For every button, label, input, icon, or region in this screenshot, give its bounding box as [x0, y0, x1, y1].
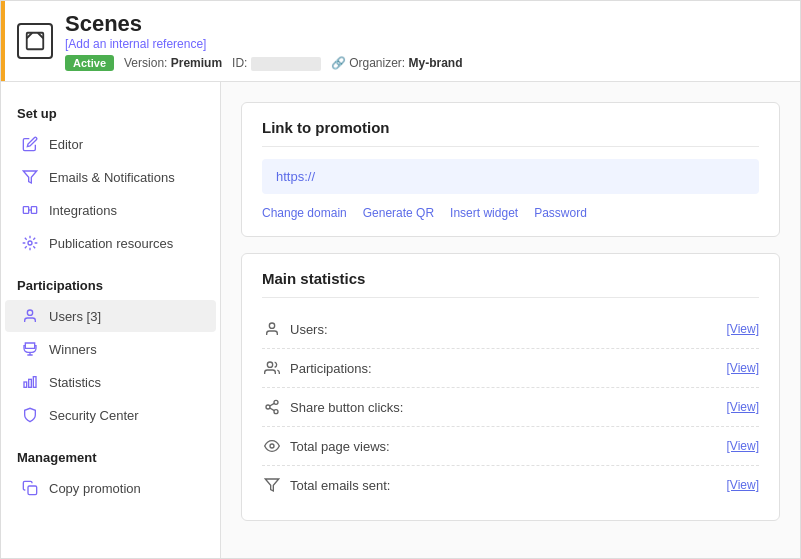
- header: Scenes [Add an internal reference] Activ…: [1, 1, 800, 82]
- sidebar-item-label: Emails & Notifications: [49, 170, 175, 185]
- svg-marker-1: [23, 171, 36, 183]
- header-meta: Active Version: Premium ID: 🔗 Organizer:…: [65, 55, 463, 71]
- sidebar-item-users[interactable]: Users [3]: [5, 300, 216, 332]
- main-statistics-title: Main statistics: [262, 270, 759, 298]
- svg-rect-3: [31, 207, 36, 214]
- svg-rect-7: [29, 380, 32, 388]
- publication-icon: [21, 234, 39, 252]
- sidebar-item-label: Statistics: [49, 375, 101, 390]
- svg-marker-19: [265, 479, 278, 491]
- id-info: ID:: [232, 56, 321, 71]
- stat-view-page-views[interactable]: [View]: [727, 439, 759, 453]
- sidebar-item-statistics[interactable]: Statistics: [5, 366, 216, 398]
- setup-section-title: Set up: [1, 98, 220, 127]
- svg-point-15: [274, 410, 278, 414]
- svg-point-11: [269, 323, 274, 328]
- sidebar-item-copy[interactable]: Copy promotion: [5, 472, 216, 504]
- sidebar-item-label: Publication resources: [49, 236, 173, 251]
- emails-icon: [21, 168, 39, 186]
- security-icon: [21, 406, 39, 424]
- stat-label-share-clicks: Share button clicks:: [290, 400, 727, 415]
- stat-view-share-clicks[interactable]: [View]: [727, 400, 759, 414]
- sidebar-divider-1: [1, 260, 220, 270]
- stat-row-participations: Participations: [View]: [262, 349, 759, 388]
- sidebar-item-label: Integrations: [49, 203, 117, 218]
- sidebar-item-security[interactable]: Security Center: [5, 399, 216, 431]
- generate-qr-link[interactable]: Generate QR: [363, 206, 434, 220]
- svg-point-12: [267, 362, 272, 367]
- change-domain-link[interactable]: Change domain: [262, 206, 347, 220]
- page-views-stat-icon: [262, 436, 282, 456]
- sidebar-item-winners[interactable]: Winners: [5, 333, 216, 365]
- id-value-box: [251, 57, 321, 71]
- stat-row-users: Users: [View]: [262, 310, 759, 349]
- app-logo: [17, 23, 53, 59]
- sidebar-item-emails[interactable]: Emails & Notifications: [5, 161, 216, 193]
- svg-point-4: [28, 241, 32, 245]
- add-reference-link[interactable]: [Add an internal reference]: [65, 37, 463, 51]
- integrations-icon: [21, 201, 39, 219]
- copy-icon: [21, 479, 39, 497]
- stat-label-emails-sent: Total emails sent:: [290, 478, 727, 493]
- sidebar: Set up Editor Emails & Notifications Int…: [1, 82, 221, 558]
- stat-view-emails-sent[interactable]: [View]: [727, 478, 759, 492]
- promotion-actions: Change domain Generate QR Insert widget …: [262, 206, 759, 220]
- emails-stat-icon: [262, 475, 282, 495]
- svg-rect-6: [24, 382, 27, 387]
- svg-rect-8: [33, 377, 36, 388]
- statistics-icon: [21, 373, 39, 391]
- sidebar-item-label: Winners: [49, 342, 97, 357]
- status-badge: Active: [65, 55, 114, 71]
- organizer-value: My-brand: [409, 56, 463, 70]
- page-title: Scenes: [65, 11, 463, 37]
- left-accent-border: [1, 1, 5, 81]
- main-statistics-card: Main statistics Users: [View] Participat…: [241, 253, 780, 521]
- svg-point-5: [27, 310, 32, 315]
- app-container: Scenes [Add an internal reference] Activ…: [0, 0, 801, 559]
- share-stat-icon: [262, 397, 282, 417]
- sidebar-item-editor[interactable]: Editor: [5, 128, 216, 160]
- version-info: Version: Premium: [124, 56, 222, 70]
- stat-label-users: Users:: [290, 322, 727, 337]
- management-section-title: Management: [1, 442, 220, 471]
- svg-line-16: [270, 408, 275, 411]
- sidebar-item-publication[interactable]: Publication resources: [5, 227, 216, 259]
- svg-rect-2: [23, 207, 28, 214]
- sidebar-item-integrations[interactable]: Integrations: [5, 194, 216, 226]
- winners-icon: [21, 340, 39, 358]
- version-value: Premium: [171, 56, 222, 70]
- stat-label-participations: Participations:: [290, 361, 727, 376]
- promotion-url-box: https://: [262, 159, 759, 194]
- stat-row-share-clicks: Share button clicks: [View]: [262, 388, 759, 427]
- users-stat-icon: [262, 319, 282, 339]
- organizer-info: 🔗 Organizer: My-brand: [331, 56, 463, 70]
- link-to-promotion-title: Link to promotion: [262, 119, 759, 147]
- sidebar-divider-2: [1, 432, 220, 442]
- header-title-area: Scenes [Add an internal reference] Activ…: [65, 11, 463, 71]
- insert-widget-link[interactable]: Insert widget: [450, 206, 518, 220]
- stat-row-emails-sent: Total emails sent: [View]: [262, 466, 759, 504]
- svg-point-18: [270, 444, 274, 448]
- stat-view-participations[interactable]: [View]: [727, 361, 759, 375]
- participations-stat-icon: [262, 358, 282, 378]
- stat-view-users[interactable]: [View]: [727, 322, 759, 336]
- editor-icon: [21, 135, 39, 153]
- password-link[interactable]: Password: [534, 206, 587, 220]
- users-icon: [21, 307, 39, 325]
- promotion-url: https://: [276, 169, 315, 184]
- sidebar-item-label: Editor: [49, 137, 83, 152]
- svg-point-14: [266, 405, 270, 409]
- svg-point-13: [274, 401, 278, 405]
- sidebar-item-label: Security Center: [49, 408, 139, 423]
- link-to-promotion-card: Link to promotion https:// Change domain…: [241, 102, 780, 237]
- stat-label-page-views: Total page views:: [290, 439, 727, 454]
- participations-section-title: Participations: [1, 270, 220, 299]
- svg-rect-9: [28, 486, 37, 495]
- stat-row-page-views: Total page views: [View]: [262, 427, 759, 466]
- sidebar-item-label: Users [3]: [49, 309, 101, 324]
- body: Set up Editor Emails & Notifications Int…: [1, 82, 800, 558]
- svg-line-17: [270, 404, 275, 407]
- main-content: Link to promotion https:// Change domain…: [221, 82, 800, 558]
- sidebar-item-label: Copy promotion: [49, 481, 141, 496]
